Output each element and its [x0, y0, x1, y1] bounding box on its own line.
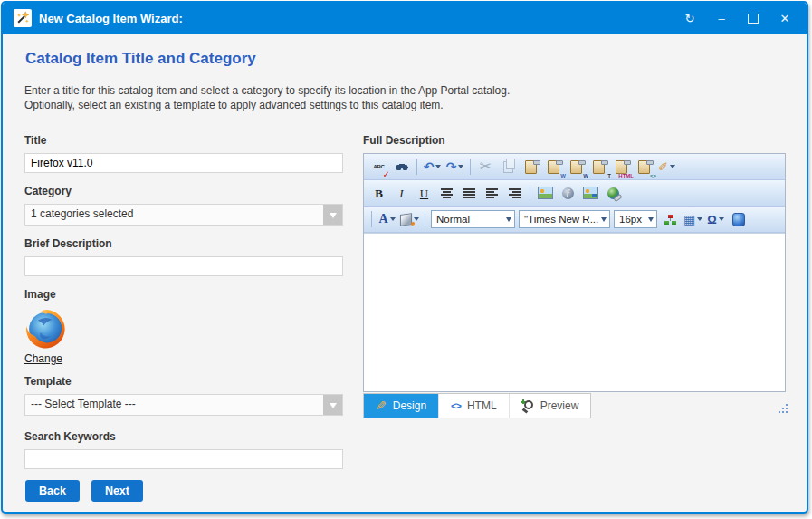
- editor-canvas[interactable]: [364, 233, 785, 391]
- toolbar-separator: [425, 211, 425, 227]
- image-map-editor-icon: [583, 187, 598, 199]
- paste-plain-text[interactable]: T: [588, 157, 609, 177]
- redo[interactable]: ↷: [444, 157, 465, 177]
- editor-mode-tabs: ✎ Design <> HTML Preview: [363, 393, 591, 418]
- insert-table-icon: ▦: [683, 213, 695, 226]
- editor-resize-grip[interactable]: [779, 411, 780, 413]
- toolbar-row3-right: ▦Ω: [659, 209, 750, 229]
- font-color-dropdown-caret[interactable]: [390, 215, 396, 224]
- insert-snippet-icon: [664, 215, 676, 225]
- font-name-value: "Times New R...: [524, 214, 598, 225]
- insert-image[interactable]: [535, 183, 556, 203]
- align-center[interactable]: [436, 183, 457, 203]
- change-image-link[interactable]: Change: [24, 352, 62, 365]
- cut-icon: ✂: [480, 159, 492, 174]
- insert-symbol[interactable]: Ω: [705, 209, 726, 229]
- brief-description-input[interactable]: [24, 256, 343, 276]
- paste-plain-text-icon: [593, 160, 605, 174]
- spell-check-badge: ✓: [383, 170, 390, 179]
- close-button[interactable]: ✕: [778, 11, 792, 25]
- font-size-value: 16px: [619, 214, 645, 225]
- insert-hyperlink[interactable]: [603, 183, 624, 203]
- paste-as-html[interactable]: HTML: [611, 157, 632, 177]
- align-left[interactable]: [482, 183, 502, 203]
- refresh-button[interactable]: ↻: [683, 11, 697, 25]
- toolbar-separator: [416, 159, 417, 175]
- maximize-button[interactable]: [746, 11, 760, 25]
- insert-hyperlink-icon: [607, 187, 619, 199]
- image-map-editor[interactable]: [580, 183, 601, 203]
- title-input[interactable]: [24, 153, 343, 173]
- form-column: Title Category 1 categories selected Bri…: [24, 122, 343, 469]
- editor-toolbar-row-1: ABC✓↶↷✂WWTHTML<>✐: [364, 154, 785, 180]
- spell-check[interactable]: ABC✓: [368, 157, 389, 177]
- page-description: Enter a title for this catalog item and …: [24, 83, 785, 112]
- font-name-select[interactable]: "Times New R...: [519, 210, 610, 228]
- wizard-content: Catalog Item Title and Category Enter a …: [3, 34, 807, 512]
- insert-symbol-dropdown-caret[interactable]: [719, 215, 724, 224]
- back-button[interactable]: Back: [25, 480, 80, 502]
- description-line-1: Enter a title for this catalog item and …: [24, 83, 785, 98]
- paste-from-word-strip-font[interactable]: W: [566, 157, 587, 177]
- underline-icon: U: [420, 187, 428, 199]
- search-keywords-label: Search Keywords: [24, 430, 343, 443]
- tab-design[interactable]: ✎ Design: [364, 394, 439, 418]
- italic-icon: I: [399, 187, 403, 199]
- tab-html[interactable]: <> HTML: [439, 394, 510, 418]
- paste-html[interactable]: <>: [634, 157, 654, 177]
- editor-toolbar-row-2: BIUƒ: [364, 180, 785, 207]
- tab-html-label: HTML: [467, 399, 497, 412]
- underline[interactable]: U: [414, 183, 435, 203]
- title-bar: New Catalog Item Wizard: ↻–✕: [3, 3, 807, 34]
- template-dropdown-arrow-icon[interactable]: [323, 395, 342, 415]
- paste-html-icon: [638, 160, 650, 174]
- undo-dropdown-caret[interactable]: [435, 162, 441, 171]
- redo-dropdown-caret[interactable]: [458, 162, 463, 171]
- align-right[interactable]: [504, 183, 525, 203]
- redo-icon: ↷: [446, 160, 457, 173]
- paste-as-html-badge: HTML: [618, 173, 634, 178]
- paste-icon: [525, 160, 537, 174]
- copy-icon: [503, 161, 513, 173]
- cut[interactable]: ✂: [475, 157, 496, 177]
- close-button-icon: ✕: [780, 12, 790, 25]
- template-dropdown[interactable]: --- Select Template ---: [24, 394, 343, 416]
- insert-flash-icon: ƒ: [562, 187, 574, 199]
- refresh-button-icon: ↻: [685, 12, 695, 25]
- find-and-replace[interactable]: [391, 157, 412, 177]
- editor-toolbar-row-3: A Normal "Times New R... 16px ▦Ω: [364, 207, 785, 233]
- font-size-select[interactable]: 16px: [614, 210, 657, 228]
- minimize-button[interactable]: –: [714, 11, 729, 25]
- description-line-2: Optionally, select an existing a templat…: [24, 98, 785, 112]
- justify[interactable]: [459, 183, 480, 203]
- category-dropdown-arrow-icon[interactable]: [323, 205, 342, 225]
- paste-from-word-strip-font-icon: [570, 160, 582, 174]
- format-stripper[interactable]: ✐: [656, 157, 677, 177]
- insert-table[interactable]: ▦: [683, 209, 703, 229]
- editor-column: Full Description ABC✓↶↷✂WWTHTML<>✐ BIUƒ …: [363, 122, 786, 469]
- magnifier-icon: [521, 399, 534, 412]
- paste-html-badge: <>: [650, 173, 656, 178]
- format-stripper-dropdown-caret[interactable]: [670, 162, 675, 171]
- insert-table-dropdown-caret[interactable]: [697, 215, 702, 224]
- copy[interactable]: [498, 157, 519, 177]
- italic[interactable]: I: [391, 183, 412, 203]
- insert-snippet[interactable]: [660, 209, 681, 229]
- next-button[interactable]: Next: [91, 480, 143, 502]
- insert-media[interactable]: [728, 209, 749, 229]
- search-keywords-input[interactable]: [24, 449, 343, 469]
- bold[interactable]: B: [368, 183, 389, 203]
- font-color[interactable]: A: [377, 209, 397, 229]
- insert-flash[interactable]: ƒ: [558, 183, 578, 203]
- paste-as-html-icon: [616, 160, 627, 174]
- paste-from-word[interactable]: W: [543, 157, 564, 177]
- undo[interactable]: ↶: [422, 157, 443, 177]
- toolbar-separator: [470, 159, 471, 175]
- category-dropdown[interactable]: 1 categories selected: [24, 204, 343, 226]
- justify-icon: [463, 188, 475, 198]
- paste[interactable]: [521, 157, 541, 177]
- undo-icon: ↶: [424, 160, 435, 173]
- paragraph-style-select[interactable]: Normal: [431, 210, 515, 228]
- highlight-color[interactable]: [399, 209, 420, 229]
- tab-preview[interactable]: Preview: [510, 394, 591, 418]
